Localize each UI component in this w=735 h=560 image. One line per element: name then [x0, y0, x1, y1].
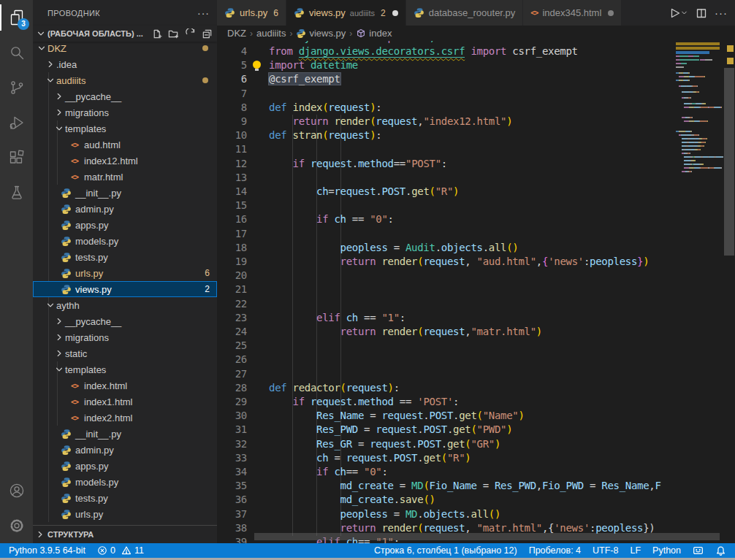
activity-extensions-button[interactable] — [0, 140, 33, 175]
code-line-20[interactable]: 20 — [217, 269, 735, 283]
code-line-21[interactable]: 21 — [217, 283, 735, 297]
tree-item-static[interactable]: static — [33, 345, 217, 361]
minimap[interactable] — [676, 41, 723, 543]
activity-search-button[interactable] — [0, 35, 33, 70]
code-line-5[interactable]: 5import datetime — [217, 58, 735, 73]
status-eol[interactable]: LF — [630, 545, 641, 556]
code-line-9[interactable]: 9 return render(request,"index12.html") — [217, 115, 735, 129]
code-line-13[interactable]: 13 — [217, 171, 735, 185]
breadcrumb-DKZ[interactable]: DKZ — [227, 28, 246, 39]
breadcrumb-views.py[interactable]: views.py — [296, 28, 346, 39]
code-line-30[interactable]: 30 Res_Name = request.POST.get("Name") — [217, 409, 735, 423]
vertical-scrollbar[interactable] — [723, 41, 735, 543]
split-editor-button[interactable] — [696, 7, 707, 19]
code-line-37[interactable]: 37 peopless = MD.objects.all() — [217, 507, 735, 522]
code-line-10[interactable]: 10def stran(request): — [217, 129, 735, 143]
code-line-16[interactable]: 16 if ch == "0": — [217, 212, 735, 227]
new-file-button[interactable] — [151, 28, 162, 39]
code-line-26[interactable]: 26 — [217, 353, 735, 367]
tree-item-models.py[interactable]: models.py — [33, 474, 217, 490]
tree-item-audiiits[interactable]: audiiits — [33, 72, 217, 88]
code-line-8[interactable]: 8def index(request): — [217, 101, 735, 115]
code-line-19[interactable]: 19 return render(request, "aud.html",{'n… — [217, 255, 735, 269]
code-line-24[interactable]: 24 return render(request,"matr.html") — [217, 325, 735, 340]
breadcrumb-index[interactable]: index — [356, 28, 392, 39]
activity-explorer-button[interactable]: 3 — [0, 0, 33, 35]
activity-source-control-button[interactable] — [0, 70, 33, 105]
tree-item-__init__.py[interactable]: __init__.py — [33, 185, 217, 201]
tree-item-aud.html[interactable]: <>aud.html — [33, 137, 217, 153]
status-language[interactable]: Python — [652, 545, 681, 556]
tree-item-migrations[interactable]: migrations — [33, 104, 217, 120]
activity-testing-button[interactable] — [0, 175, 33, 210]
tree-item-matr.html[interactable]: <>matr.html — [33, 169, 217, 185]
tree-item-admin.py[interactable]: admin.py — [33, 442, 217, 458]
new-folder-button[interactable] — [168, 28, 179, 39]
code-line-11[interactable]: 11 — [217, 142, 735, 157]
tree-item-__init__.py[interactable]: __init__.py — [33, 426, 217, 442]
tree-item-urls.py[interactable]: urls.py6 — [33, 265, 217, 281]
tree-item-index2.html[interactable]: <>index2.html — [33, 410, 217, 426]
status-cursor-position[interactable]: Строка 6, столбец 1 (выбрано 12) — [374, 545, 517, 556]
code-line-23[interactable]: 23 elif ch == "1": — [217, 311, 735, 326]
code-line-14[interactable]: 14 ch=request.POST.get("R") — [217, 185, 735, 199]
tab-index345.html[interactable]: <>index345.html — [523, 0, 622, 26]
more-actions-button[interactable]: ··· — [715, 7, 728, 19]
tree-item-tests.py[interactable]: tests.py — [33, 490, 217, 506]
code-line-17[interactable]: 17 — [217, 227, 735, 242]
tree-item-models.py[interactable]: models.py — [33, 233, 217, 249]
code-line-31[interactable]: 31 Res_PWD = request.POST.get("PWD") — [217, 423, 735, 437]
code-editor[interactable]: 3from aythh.models import MD,Audit4from … — [217, 41, 735, 543]
code-line-34[interactable]: 34 if ch== "0": — [217, 465, 735, 480]
tree-item-apps.py[interactable]: apps.py — [33, 458, 217, 474]
code-line-18[interactable]: 18 peopless = Audit.objects.all() — [217, 241, 735, 256]
code-line-27[interactable]: 27 — [217, 367, 735, 382]
code-line-25[interactable]: 25 — [217, 339, 735, 353]
status-feedback-icon[interactable] — [693, 545, 704, 556]
tab-database_roouter.py[interactable]: database_roouter.py — [406, 0, 524, 26]
tree-item-__pycache__[interactable]: __pycache__ — [33, 313, 217, 329]
status-indentation[interactable]: Пробелов: 4 — [529, 545, 581, 556]
tree-item-migrations[interactable]: migrations — [33, 329, 217, 345]
code-line-22[interactable]: 22 — [217, 297, 735, 312]
code-line-6[interactable]: 6@csrf_exempt — [217, 72, 735, 87]
tree-item-.idea[interactable]: .idea — [33, 56, 217, 72]
code-line-28[interactable]: 28def redactor(request): — [217, 381, 735, 396]
workspace-section-header[interactable]: (РАБОЧАЯ ОБЛАСТЬ) ... — [33, 26, 217, 42]
refresh-button[interactable] — [185, 28, 196, 39]
activity-settings-button[interactable] — [0, 508, 33, 543]
tree-item-DKZ[interactable]: DKZ — [33, 40, 217, 56]
code-line-29[interactable]: 29 if request.method == 'POST': — [217, 395, 735, 410]
activity-run-debug-button[interactable] — [0, 105, 33, 140]
tab-views.py[interactable]: views.pyaudiiits2 — [286, 0, 406, 26]
code-line-12[interactable]: 12 if request.method=="POST": — [217, 157, 735, 172]
code-line-35[interactable]: 35 md_create = MD(Fio_Name = Res_PWD,Fio… — [217, 479, 735, 494]
tree-item-__pycache__[interactable]: __pycache__ — [33, 88, 217, 104]
code-line-36[interactable]: 36 md_create.save() — [217, 493, 735, 507]
tree-item-templates[interactable]: templates — [33, 120, 217, 137]
tree-item-urls.py[interactable]: urls.py — [33, 506, 217, 522]
code-line-15[interactable]: 15 — [217, 199, 735, 213]
tree-item-index1.html[interactable]: <>index1.html — [33, 394, 217, 410]
status-python-version[interactable]: Python 3.9.5 64-bit — [9, 545, 85, 556]
tree-item-apps.py[interactable]: apps.py — [33, 217, 217, 233]
code-line-7[interactable]: 7 — [217, 87, 735, 101]
code-line-33[interactable]: 33 ch = request.POST.get("R") — [217, 451, 735, 466]
tree-item-admin.py[interactable]: admin.py — [33, 201, 217, 217]
tree-item-index12.html[interactable]: <>index12.html — [33, 153, 217, 169]
dirty-dot-icon[interactable] — [392, 10, 398, 16]
code-line-32[interactable]: 32 Res_GR = request.POST.get("GR") — [217, 437, 735, 452]
breadcrumb-audiiits[interactable]: audiiits — [256, 28, 286, 39]
status-problems[interactable]: 011 — [97, 545, 144, 556]
tab-urls.py[interactable]: urls.py6 — [217, 0, 286, 26]
status-bell-icon[interactable] — [715, 545, 726, 556]
code-line-4[interactable]: 4from django.views.decorators.csrf impor… — [217, 45, 735, 59]
tree-item-aythh[interactable]: aythh — [33, 297, 217, 313]
status-encoding[interactable]: UTF-8 — [593, 545, 618, 556]
collapse-all-button[interactable] — [202, 28, 213, 39]
tree-item-templates[interactable]: templates — [33, 361, 217, 377]
dirty-dot-icon[interactable] — [608, 10, 614, 16]
horizontal-scrollbar[interactable] — [254, 533, 720, 540]
tree-item-index.html[interactable]: <>index.html — [33, 377, 217, 394]
lightbulb-icon[interactable] — [252, 61, 262, 72]
